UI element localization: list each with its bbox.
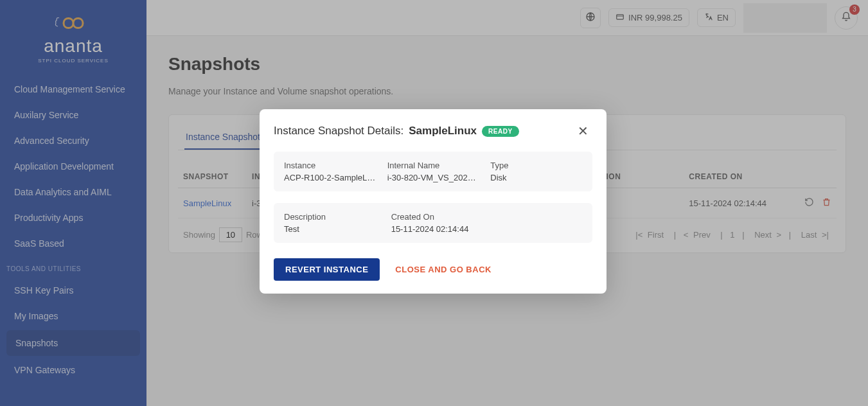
revert-instance-button[interactable]: REVERT INSTANCE xyxy=(274,258,380,281)
detail-block-1: Instance ACP-R100-2-SampleLinu... Intern… xyxy=(274,152,592,191)
label-created-on: Created On xyxy=(391,212,582,222)
modal-title: Instance Snapshot Details: SampleLinux R… xyxy=(274,125,519,137)
status-badge: READY xyxy=(482,126,519,137)
detail-block-2: Description Test Created On 15-11-2024 0… xyxy=(274,203,592,243)
label-internal-name: Internal Name xyxy=(387,161,479,170)
label-instance: Instance xyxy=(284,161,376,170)
value-internal-name: i-30-820-VM_VS_202411... xyxy=(387,173,479,182)
modal-title-prefix: Instance Snapshot Details: xyxy=(274,125,403,137)
value-instance: ACP-R100-2-SampleLinu... xyxy=(284,173,376,182)
label-type: Type xyxy=(490,161,582,170)
modal-title-name: SampleLinux xyxy=(409,125,477,137)
value-description: Test xyxy=(284,224,380,234)
label-description: Description xyxy=(284,212,380,222)
value-created-on: 15-11-2024 02:14:44 xyxy=(391,224,582,234)
close-icon[interactable]: ✕ xyxy=(574,122,592,140)
value-type: Disk xyxy=(490,173,582,182)
close-and-go-back-button[interactable]: CLOSE AND GO BACK xyxy=(395,265,492,274)
snapshot-details-modal: Instance Snapshot Details: SampleLinux R… xyxy=(260,109,607,294)
